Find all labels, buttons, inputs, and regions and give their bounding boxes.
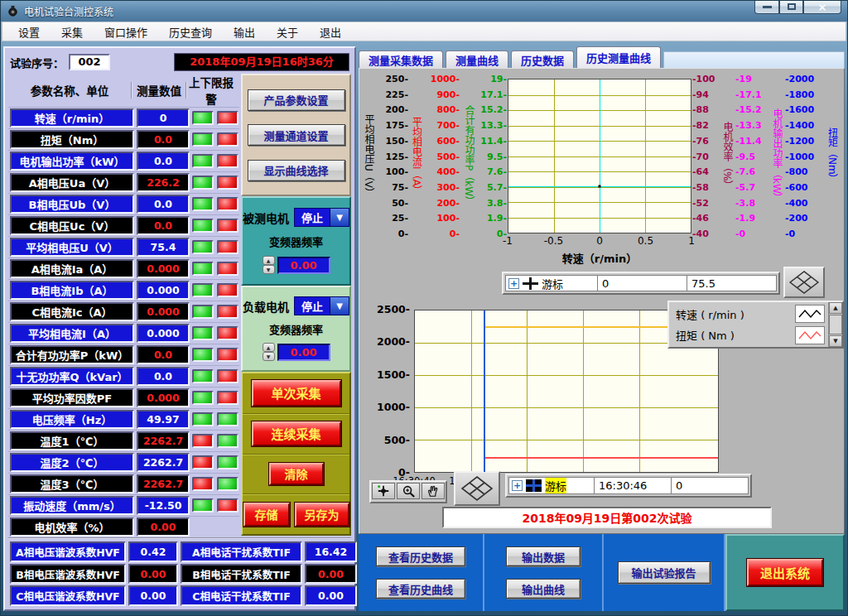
value-cell: 2262.7: [137, 474, 190, 493]
tick-label: -17.1: [735, 89, 762, 99]
view-history-curve-button[interactable]: 查看历史曲线: [376, 579, 465, 599]
save-button[interactable]: 存储: [243, 503, 290, 527]
alarm-light-green: [192, 348, 214, 362]
tick-label: -76: [692, 136, 709, 145]
legend-rows: 转速 ( r/min )扭矩 ( Nm ): [669, 302, 828, 347]
output-data-button[interactable]: 输出数据: [506, 546, 581, 566]
scroll-thumb[interactable]: [829, 315, 842, 334]
tab-3[interactable]: 历史测量曲线: [576, 46, 661, 68]
clear-button[interactable]: 清除: [269, 463, 324, 485]
output-report-button[interactable]: 输出试验报告: [618, 561, 711, 584]
save-as-button[interactable]: 另存为: [295, 503, 349, 527]
tested-freq-stepper[interactable]: ▲▼: [263, 256, 275, 274]
step-down-icon[interactable]: ▼: [263, 352, 275, 361]
tested-freq-value[interactable]: 0.00: [277, 257, 330, 274]
param-label-cell: 合计有功功率P（kW）: [10, 345, 134, 364]
expand-icon[interactable]: +: [512, 480, 523, 491]
tick-label: 125-: [385, 152, 408, 161]
load-freq-value[interactable]: 0.00: [277, 344, 330, 361]
tick-label: -46: [692, 214, 709, 223]
legend-item[interactable]: 扭矩 ( Nm ): [676, 326, 828, 344]
tick-label: 400-: [436, 167, 460, 176]
step-up-icon[interactable]: ▲: [263, 256, 275, 265]
zoom-tool-button[interactable]: [397, 483, 420, 499]
tick-label: -100: [692, 75, 716, 84]
col-header-alarm: 上下限报警: [187, 74, 235, 107]
value-cell: 49.97: [137, 410, 190, 429]
maximize-button[interactable]: [779, 0, 803, 14]
view-history-data-button[interactable]: 查看历史数据: [376, 546, 465, 566]
serial-number-field[interactable]: 002: [69, 54, 110, 70]
scroll-up-icon[interactable]: ▲: [829, 302, 842, 314]
graph-tool-palette: [369, 480, 447, 503]
value-cell: 0.000: [137, 388, 190, 407]
continuous-acquire-button[interactable]: 连续采集: [252, 421, 341, 446]
tab-0[interactable]: 测量采集数据: [359, 51, 443, 68]
param-label-cell: 扭矩（Nm）: [10, 130, 134, 149]
tick-label: 2000-: [377, 337, 410, 348]
single-acquire-button[interactable]: 单次采集: [252, 380, 341, 407]
param-label-cell: A相电压Ua（V）: [10, 173, 134, 192]
table-row: C相电压Uc（V）0.0: [8, 214, 239, 236]
step-up-icon[interactable]: ▲: [263, 343, 275, 352]
tested-motor-state-dropdown[interactable]: 停止 ▼: [294, 208, 349, 227]
curve-select-button[interactable]: 显示曲线选择: [248, 160, 345, 181]
close-button[interactable]: ×: [803, 0, 841, 14]
table-row: 转速（r/min）0: [8, 107, 239, 128]
dropdown-arrow-icon[interactable]: ▼: [330, 297, 349, 315]
alarm-light-green: [192, 219, 214, 233]
table-row: 电压频率（Hz）49.97: [8, 408, 239, 430]
tick-label: -94: [692, 89, 709, 99]
title-bar[interactable]: 电机试验台测控系统 ×: [0, 0, 848, 22]
tab-1[interactable]: 测量曲线: [446, 51, 508, 68]
load-motor-state-dropdown[interactable]: 停止 ▼: [294, 296, 349, 315]
tick-label: 100-: [436, 214, 460, 223]
product-params-button[interactable]: 产品参数设置: [248, 89, 345, 111]
menu-item[interactable]: 窗口操作: [94, 22, 158, 42]
tick-label: -2000: [785, 75, 814, 84]
step-down-icon[interactable]: ▼: [263, 265, 275, 274]
menu-item[interactable]: 设置: [7, 22, 51, 42]
hvf-value-cell: 0.42: [128, 541, 178, 562]
legend-scrollbar[interactable]: ▲ ▼: [828, 302, 842, 347]
menu-item[interactable]: 历史查询: [158, 22, 223, 42]
value-cell: 0.000: [137, 259, 190, 278]
param-label-cell: B相电流Ib（A）: [10, 281, 134, 300]
dropdown-arrow-icon[interactable]: ▼: [330, 209, 349, 226]
axis-label: 电机效率（%）: [720, 79, 735, 233]
legend-series-name: 扭矩 ( Nm ): [676, 327, 735, 343]
alarm-light-green: [192, 262, 214, 276]
xy-chart: 平均相电压U（V）250-225-200-175-150-125-100-75-…: [361, 79, 844, 269]
tick-label: -88: [692, 105, 709, 114]
load-freq-label: 变频器频率: [269, 321, 323, 337]
menu-item[interactable]: 退出: [309, 22, 352, 42]
scroll-down-icon[interactable]: ▼: [829, 335, 842, 347]
chart1-pan-diamond-button[interactable]: [783, 267, 825, 298]
menu-item[interactable]: 采集: [51, 22, 94, 42]
menu-item[interactable]: 输出: [223, 22, 266, 42]
close-icon: ×: [818, 1, 827, 13]
output-curve-button[interactable]: 输出曲线: [506, 579, 581, 599]
expand-icon[interactable]: +: [508, 278, 519, 289]
chart2-pan-diamond-button[interactable]: [454, 471, 500, 506]
tick-label: -400: [785, 198, 808, 207]
legend-item[interactable]: 转速 ( r/min ): [676, 305, 828, 323]
tested-motor-label: 被测电机: [243, 209, 289, 226]
param-label-cell: 平均相电压U（V）: [10, 238, 134, 257]
tick-label: 225-: [385, 89, 408, 99]
menu-item[interactable]: 关于: [266, 22, 309, 42]
tick-label: 25-: [392, 214, 408, 223]
pan-tool-button[interactable]: [422, 483, 445, 499]
cursor-tool-button[interactable]: [372, 483, 395, 499]
table-row: 平均相电流I（A）0.000: [8, 322, 239, 344]
tick-label: -13.3: [735, 121, 762, 130]
minimize-button[interactable]: [754, 0, 779, 14]
alarm-light-green: [192, 197, 214, 211]
xy-chart-plot[interactable]: [508, 79, 691, 233]
tab-2[interactable]: 历史数据: [511, 51, 574, 68]
tick-label: -3.8: [735, 198, 755, 207]
channel-setup-button[interactable]: 测量通道设置: [248, 124, 345, 146]
alarm-light-red: [192, 477, 214, 491]
load-freq-stepper[interactable]: ▲▼: [263, 343, 275, 361]
exit-system-button[interactable]: 退出系统: [747, 559, 823, 586]
